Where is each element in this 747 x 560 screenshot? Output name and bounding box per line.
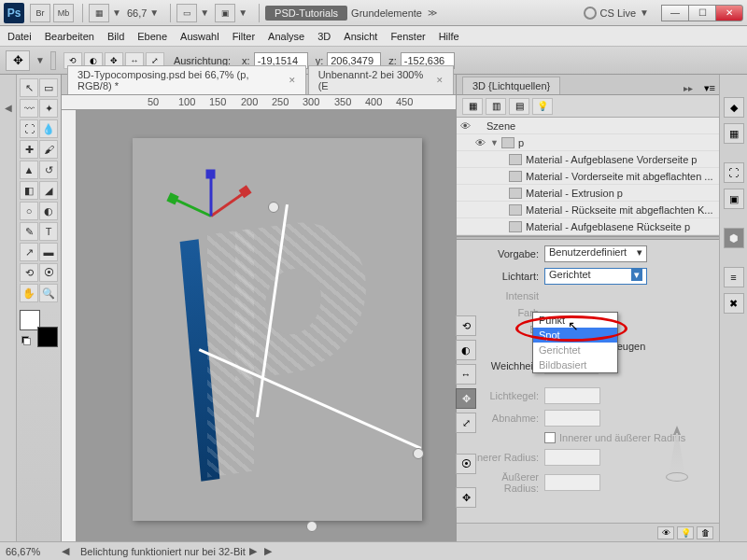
close-icon[interactable]: ✕ [436, 76, 444, 85]
menu-auswahl[interactable]: Auswahl [180, 31, 219, 42]
masks-panel-icon[interactable]: ▣ [724, 189, 744, 209]
channels-panel-icon[interactable]: ✖ [724, 293, 744, 314]
3d-filter-light-icon[interactable]: ✥ [456, 388, 476, 409]
dropdown-option-gerichtet[interactable]: Gerichtet [533, 343, 617, 357]
menu-datei[interactable]: Datei [7, 31, 32, 42]
lichtart-select[interactable]: Gerichtet ▾ [544, 268, 647, 285]
vorgabe-select[interactable]: Benutzerdefiniert ▾ [544, 245, 647, 262]
arrange-button[interactable]: ▭ [176, 4, 197, 22]
wand-tool[interactable]: ✦ [39, 99, 58, 118]
history-brush-tool[interactable]: ↺ [39, 161, 58, 179]
menu-bild[interactable]: Bild [107, 31, 124, 42]
y-axis-icon[interactable] [172, 197, 212, 217]
marquee-tool[interactable]: ▭ [39, 78, 58, 97]
menu-analyse[interactable]: Analyse [268, 31, 304, 42]
hand-tool[interactable]: ✋ [20, 284, 38, 302]
delete-icon[interactable]: 🗑 [697, 526, 713, 539]
3d-filter-scene-icon[interactable]: ⟲ [456, 315, 476, 336]
color-panel-icon[interactable]: ◆ [724, 97, 744, 118]
stamp-tool[interactable]: ▲ [20, 161, 38, 179]
status-zoom[interactable]: 66,67% [6, 546, 58, 557]
panel-tab-3d[interactable]: 3D {Lichtquellen} [462, 77, 560, 94]
left-collapse-strip[interactable]: ◀ [0, 75, 17, 541]
brush-tool[interactable]: 🖌 [39, 140, 58, 159]
eyedropper-tool[interactable]: 💧 [39, 119, 58, 138]
status-next-icon[interactable]: ▶ [249, 545, 257, 557]
3d-filter-material-icon[interactable]: ↔ [456, 364, 476, 385]
tree-material[interactable]: Material - Aufgeblasene Vorderseite p [457, 151, 719, 168]
type-tool[interactable]: T [39, 222, 58, 241]
3d-toggle-icon[interactable]: ⦿ [456, 454, 476, 474]
bridge-button[interactable]: Br [30, 4, 50, 22]
shape-tool[interactable]: ▬ [39, 243, 58, 261]
ruler-vertical[interactable] [62, 110, 77, 541]
minimize-button[interactable]: — [661, 5, 689, 21]
background-color[interactable] [37, 327, 58, 347]
maximize-button[interactable]: ☐ [688, 5, 716, 21]
screenmode-button[interactable]: ▣ [215, 4, 235, 22]
filter-meshes-icon[interactable]: ▥ [486, 98, 506, 115]
3d-toggle-2-icon[interactable]: ✥ [456, 487, 476, 508]
menu-bearbeiten[interactable]: Bearbeiten [45, 31, 94, 42]
crop-tool[interactable]: ⛶ [20, 119, 38, 138]
panel-collapse-icon[interactable]: ▸▸ [684, 83, 693, 93]
panel-menu-icon[interactable]: ▾≡ [704, 82, 715, 94]
minibridge-button[interactable]: Mb [53, 4, 74, 22]
status-prev-icon[interactable]: ◀ [62, 545, 69, 557]
visibility-icon[interactable]: 👁 [475, 137, 490, 148]
doc-tab-2[interactable]: Unbenannt-2 bei 300% (E✕ [308, 65, 454, 94]
close-button[interactable]: ✕ [715, 5, 743, 21]
canvas[interactable] [77, 110, 456, 541]
workspace-pill[interactable]: PSD-Tutorials [265, 6, 347, 21]
menu-3d[interactable]: 3D [317, 31, 331, 42]
filter-whole-scene-icon[interactable]: ▦ [462, 98, 483, 115]
menu-ebene[interactable]: Ebene [137, 31, 167, 42]
cslive-label[interactable]: CS Live [600, 7, 637, 19]
heal-tool[interactable]: ✚ [20, 140, 38, 159]
pen-tool[interactable]: ✎ [20, 222, 38, 241]
x-axis-icon[interactable] [210, 190, 247, 217]
dropdown-option-punkt[interactable]: Punkt [533, 313, 617, 328]
filter-lights-icon[interactable]: 💡 [532, 98, 553, 115]
gradient-tool[interactable]: ◢ [39, 181, 58, 200]
workspace-name[interactable]: Grundelemente [351, 7, 422, 19]
tree-mesh-p[interactable]: 👁▼p [457, 134, 719, 151]
3d-panel-icon[interactable]: ⬢ [724, 228, 744, 248]
toggle-ground-icon[interactable]: 👁 [657, 526, 674, 539]
new-light-icon[interactable]: 💡 [677, 526, 694, 539]
current-tool-icon[interactable]: ✥ [6, 50, 30, 71]
menu-fenster[interactable]: Fenster [390, 31, 425, 42]
light-handle[interactable] [268, 202, 279, 213]
path-tool[interactable]: ↗ [20, 243, 38, 261]
filter-materials-icon[interactable]: ▤ [509, 98, 529, 115]
layers-panel-icon[interactable]: ≡ [724, 267, 744, 287]
dropdown-option-bildbasiert[interactable]: Bildbasiert [533, 357, 617, 372]
3d-rotate-tool[interactable]: ⟲ [20, 263, 38, 282]
zoom-level[interactable]: 66,7 [127, 7, 147, 19]
tree-material[interactable]: Material - Rückseite mit abgeflachten K.… [457, 202, 719, 218]
z-axis-icon[interactable] [210, 174, 213, 217]
light-handle[interactable] [306, 521, 317, 532]
dodge-tool[interactable]: ◐ [39, 202, 58, 220]
tree-material[interactable]: Material - Extrusion p [457, 185, 719, 202]
ps-logo-icon[interactable]: Ps [4, 3, 24, 23]
zoom-tool[interactable]: 🔍 [39, 284, 58, 302]
tree-scene[interactable]: 👁Szene [457, 118, 719, 134]
menu-hilfe[interactable]: Hilfe [439, 31, 459, 42]
ruler-horizontal[interactable]: 50100150200250300350400450 [62, 95, 456, 110]
visibility-icon[interactable]: 👁 [460, 120, 475, 132]
doc-tab-1[interactable]: 3D-Typocomposing.psd bei 66,7% (p, RGB/8… [67, 65, 306, 94]
menu-ansicht[interactable]: Ansicht [344, 31, 377, 42]
tree-material[interactable]: Material - Vorderseite mit abgeflachten … [457, 168, 719, 185]
menu-filter[interactable]: Filter [233, 31, 255, 42]
tree-material[interactable]: Material - Aufgeblasene Rückseite p [457, 218, 719, 235]
dropdown-option-spot[interactable]: Spot [533, 328, 617, 343]
3d-filter-mesh-icon[interactable]: ◐ [456, 340, 476, 360]
default-colors-icon[interactable] [21, 336, 31, 345]
swatches-panel-icon[interactable]: ▦ [724, 123, 744, 144]
optbar-grip[interactable] [50, 51, 56, 70]
close-icon[interactable]: ✕ [289, 76, 296, 85]
3d-axis-gizmo[interactable] [172, 174, 247, 239]
view-extras-button[interactable]: ▦ [89, 4, 109, 22]
blur-tool[interactable]: ○ [20, 202, 38, 220]
